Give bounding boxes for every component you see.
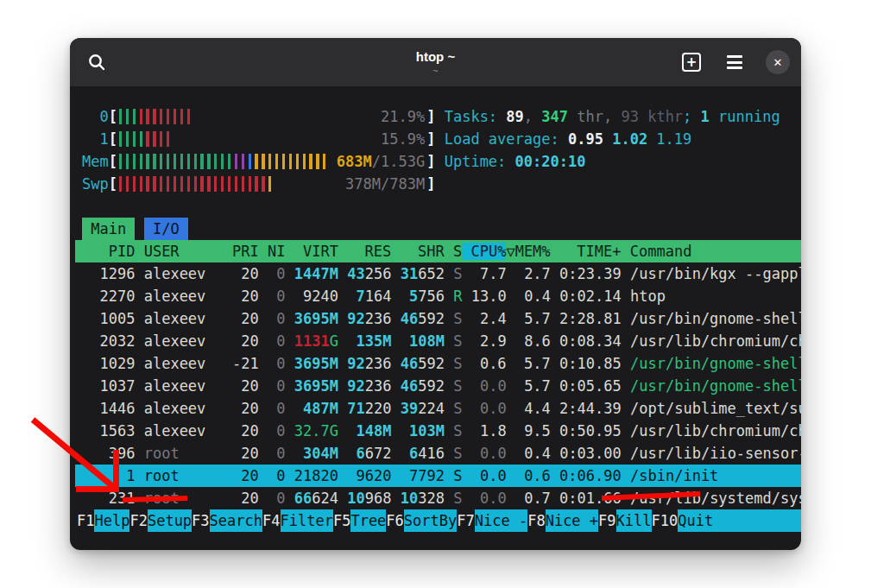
- meter-bar: [126, 109, 129, 124]
- load-average-line: Load average: 0.95 1.02 1.19: [445, 130, 692, 148]
- meter-bar: [140, 154, 142, 169]
- htop-terminal: 0[21.9%] Tasks: 89, 347 thr, 93 kthr; 1 …: [70, 86, 801, 550]
- close-button[interactable]: ✕: [766, 50, 790, 74]
- meter-bar: [187, 109, 190, 124]
- process-row-pid-396[interactable]: 396 root 20 0 304M 6672 6416 S 0.0 0.4 0…: [75, 442, 801, 465]
- meter-bar: [289, 154, 292, 169]
- meter-bar: [242, 154, 244, 169]
- search-button[interactable]: [85, 50, 109, 74]
- meter-bar: [255, 154, 257, 169]
- menu-button[interactable]: [723, 50, 747, 74]
- fkey-F7-key: F7: [457, 509, 474, 532]
- process-row-pid-1005[interactable]: 1005 alexeev 20 0 3695M 92236 46592 S 2.…: [75, 307, 801, 330]
- meter-bar: [180, 176, 183, 192]
- column-header-mem[interactable]: MEM%: [515, 243, 551, 260]
- meter-bar: [200, 154, 203, 169]
- meter-bar: [119, 131, 122, 147]
- process-row-pid-1446[interactable]: 1446 alexeev 20 0 487M 71220 39224 S 0.0…: [75, 397, 801, 420]
- meter-bar: [160, 176, 162, 192]
- meter-bar: [249, 154, 251, 169]
- column-header-time[interactable]: TIME+: [551, 243, 622, 260]
- function-key-bar: F1Help F2Setup F3SearchF4FilterF5Tree F6…: [75, 509, 801, 532]
- column-header-res[interactable]: RES: [338, 243, 391, 260]
- process-row-pid-2032[interactable]: 2032 alexeev 20 0 1131G 135M 108M S 2.9 …: [75, 330, 801, 352]
- column-header-virt[interactable]: VIRT: [285, 243, 338, 260]
- column-header-shr[interactable]: SHR: [391, 243, 444, 260]
- meter-bar: [262, 176, 264, 192]
- meter-line-mem: Mem[683M/1.53G] Uptime: 00:20:10: [75, 150, 801, 173]
- meter-bar: [303, 154, 306, 169]
- meter-bar: [242, 176, 244, 192]
- meter-bar: [221, 154, 224, 169]
- meter-bar: [207, 154, 210, 169]
- meter-bar: [262, 154, 264, 169]
- column-header-cpu-sorted[interactable]: CPU%: [462, 243, 506, 260]
- column-header-user[interactable]: USER: [135, 243, 223, 260]
- process-row-pid-1[interactable]: 1 root 20 0 21820 9620 7792 S 0.0 0.6 0:…: [75, 465, 801, 487]
- fkey-F9-kill[interactable]: Kill: [616, 509, 652, 532]
- meter-bar: [200, 176, 203, 192]
- meter-bar: [119, 154, 122, 169]
- column-header-s[interactable]: S: [445, 243, 462, 260]
- meter-bar: [160, 131, 162, 147]
- window-title: htop ~: [416, 49, 455, 64]
- fkey-F10-quit[interactable]: Quit: [678, 509, 801, 532]
- fkey-F7-nice[interactable]: Nice -: [475, 509, 527, 532]
- meter-bar: [228, 154, 230, 169]
- meter-bar: [153, 109, 155, 124]
- meter-bar: [146, 109, 148, 124]
- process-row-pid-231[interactable]: 231 root 20 0 66624 10968 10328 S 0.0 0.…: [75, 487, 801, 509]
- process-row-pid-2270[interactable]: 2270 alexeev 20 0 9240 7164 5756 R 13.0 …: [75, 285, 801, 307]
- fkey-F6-sortby[interactable]: SortBy: [404, 509, 457, 532]
- meter-bar: [146, 154, 148, 169]
- fkey-F4-filter[interactable]: Filter: [281, 509, 333, 532]
- blank-line: [75, 195, 801, 218]
- meter-bar: [153, 176, 155, 192]
- process-row-pid-1037[interactable]: 1037 alexeev 20 0 3695M 92236 46592 S 0.…: [75, 375, 801, 397]
- tab-main[interactable]: Main: [82, 218, 135, 240]
- meter-bar: [167, 109, 169, 124]
- meter-bar: [194, 154, 197, 169]
- fkey-F5-tree[interactable]: Tree: [350, 509, 386, 532]
- plus-square-icon: +: [682, 53, 701, 72]
- fkey-F2-key: F2: [129, 509, 147, 532]
- fkey-F1-help[interactable]: Help: [94, 509, 129, 532]
- window-titlebar: htop ~ ~ + ✕: [70, 38, 801, 86]
- fkey-F3-search[interactable]: Search: [210, 509, 262, 532]
- meter-bar: [126, 176, 129, 192]
- meter-bar: [140, 109, 142, 124]
- meter-bar: [194, 176, 197, 192]
- column-header-ni[interactable]: NI: [259, 243, 286, 260]
- meter-bar: [187, 176, 190, 192]
- fkey-F2-setup[interactable]: Setup: [148, 509, 192, 532]
- meter-bar: [174, 109, 176, 124]
- fkey-F6-key: F6: [386, 509, 403, 532]
- meter-bar: [282, 154, 285, 169]
- column-header-pid[interactable]: PID: [82, 243, 135, 260]
- meter-bar: [153, 154, 155, 169]
- tab-io[interactable]: I/O: [144, 218, 188, 240]
- fkey-F9-key: F9: [598, 509, 615, 532]
- column-header-pri[interactable]: PRI: [224, 243, 259, 260]
- process-row-pid-1296[interactable]: 1296 alexeev 20 0 1447M 43256 31652 S 7.…: [75, 262, 801, 285]
- meter-bar: [126, 131, 129, 147]
- meter-bar: [167, 176, 169, 192]
- cpu0-meter: 21.9%: [117, 105, 426, 128]
- meter-bar: [207, 176, 210, 192]
- meter-bar: [126, 154, 129, 169]
- fkey-F8-key: F8: [527, 509, 545, 532]
- meter-line-swp: Swp[378M/783M]: [75, 173, 801, 195]
- meter-bar: [235, 154, 237, 169]
- fkey-F5-key: F5: [333, 509, 350, 532]
- process-row-pid-1029[interactable]: 1029 alexeev -21 0 3695M 92236 46592 S 0…: [75, 352, 801, 375]
- meter-bar: [296, 154, 299, 169]
- meter-bar: [268, 176, 271, 192]
- meter-bar: [119, 109, 122, 124]
- new-tab-button[interactable]: +: [679, 50, 704, 74]
- fkey-F8-nice[interactable]: Nice +: [546, 509, 598, 532]
- sort-indicator-icon: ▽: [506, 243, 514, 260]
- fkey-F3-key: F3: [192, 509, 209, 532]
- column-header-cmd[interactable]: Command: [621, 243, 691, 260]
- process-row-pid-1563[interactable]: 1563 alexeev 20 0 32.7G 148M 103M S 1.8 …: [75, 420, 801, 442]
- terminal-window: htop ~ ~ + ✕ 0[21.9%] Tasks: 89, 347 thr…: [70, 38, 801, 550]
